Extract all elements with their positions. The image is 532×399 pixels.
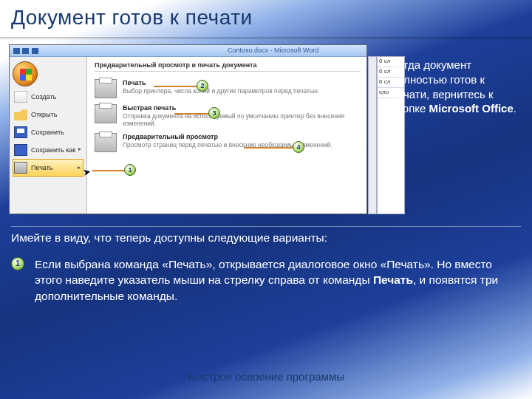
new-icon <box>14 91 27 103</box>
callout-leader <box>154 86 198 87</box>
qat-icon <box>32 48 38 54</box>
preview-icon <box>95 133 117 152</box>
callout-4: 4 <box>293 141 304 153</box>
printer-icon <box>95 79 117 98</box>
office-menu-right: Предварительный просмотр и печать докуме… <box>87 57 366 214</box>
submenu-desc: Выбор принтера, числа копий и других пар… <box>123 87 361 95</box>
slide-caption: Когда документ полностью готов к печати,… <box>392 58 525 116</box>
menu-item-new[interactable]: Создать <box>13 88 83 106</box>
slide-footer: Быстрое освоение программы <box>0 370 532 383</box>
callout-leader <box>92 170 126 171</box>
submenu-item-quickprint[interactable]: Быстрая печать Отправка документа на исп… <box>95 101 361 130</box>
submenu-label: Быстрая печать <box>123 104 361 112</box>
horizontal-rule <box>11 226 521 227</box>
menu-label: Печать <box>31 164 52 171</box>
body-bold: Печать <box>373 273 413 286</box>
menu-label: Сохранить <box>31 129 64 136</box>
save-icon <box>14 126 27 138</box>
office-logo-icon <box>20 69 32 81</box>
slide-title: Документ готов к печати <box>11 6 253 30</box>
qat-icon <box>22 48 29 54</box>
word-window: Contoso.docx - Microsoft Word Создать От… <box>9 44 367 214</box>
callout-2: 2 <box>197 80 208 92</box>
print-icon <box>14 162 27 174</box>
window-title: Contoso.docx - Microsoft Word <box>228 47 318 54</box>
submenu-arrow-icon: ▸ <box>78 146 81 152</box>
printer-icon <box>95 104 117 123</box>
saveas-icon <box>14 144 27 156</box>
slide-body: Если выбрана команда «Печать»‎, открывае… <box>35 256 508 304</box>
qat-icon <box>13 48 20 54</box>
office-button[interactable] <box>13 61 38 86</box>
title-shadow <box>0 37 532 40</box>
submenu-title: Предварительный просмотр и печать докуме… <box>95 61 361 72</box>
office-menu: Создать Открыть Сохранить Сохранить как … <box>10 57 366 214</box>
callout-3: 3 <box>208 107 220 119</box>
menu-item-save[interactable]: Сохранить <box>13 123 83 141</box>
ruler <box>368 56 377 214</box>
submenu-label: Предварительный просмотр <box>123 133 361 140</box>
menu-label: Сохранить как <box>31 146 75 154</box>
submenu-desc: Отправка документа на используемый по ум… <box>123 112 361 127</box>
menu-item-saveas[interactable]: Сохранить как ▸ <box>13 141 83 159</box>
submenu-desc: Просмотр страниц перед печатью и внесени… <box>123 141 361 149</box>
menu-label: Открыть <box>31 111 57 118</box>
menu-item-print[interactable]: Печать ▸ <box>13 159 83 177</box>
submenu-arrow-icon: ▸ <box>78 164 81 171</box>
window-titlebar: Contoso.docx - Microsoft Word <box>10 45 366 57</box>
submenu-item-preview[interactable]: Предварительный просмотр Просмотр страни… <box>95 130 361 155</box>
bullet-number: 1 <box>11 257 24 270</box>
callout-leader <box>244 147 294 149</box>
slide-subhead: Имейте в виду, что теперь доступны следу… <box>11 231 521 245</box>
cursor-icon: ➤ <box>82 166 92 178</box>
open-icon <box>14 109 27 120</box>
callout-1: 1 <box>124 164 136 176</box>
caption-bold: Microsoft Office <box>429 102 514 115</box>
submenu-item-print[interactable]: Печать Выбор принтера, числа копий и дру… <box>95 76 361 101</box>
callout-leader <box>174 113 210 115</box>
menu-item-open[interactable]: Открыть <box>13 106 83 123</box>
caption-text: . <box>514 102 516 115</box>
menu-label: Создать <box>31 93 56 100</box>
